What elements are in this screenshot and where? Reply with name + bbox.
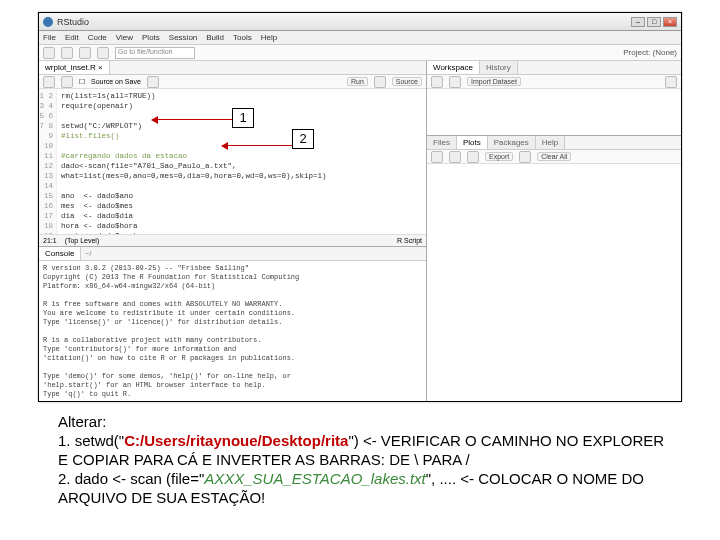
save-button[interactable] <box>79 47 91 59</box>
find-button[interactable] <box>147 76 159 88</box>
menu-code[interactable]: Code <box>88 33 107 42</box>
import-dataset-button[interactable]: Import Dataset <box>467 77 521 86</box>
callout-2: 2 <box>292 129 314 149</box>
menu-view[interactable]: View <box>116 33 133 42</box>
menu-tools[interactable]: Tools <box>233 33 252 42</box>
menu-plots[interactable]: Plots <box>142 33 160 42</box>
run-button[interactable]: Run <box>347 77 368 86</box>
plots-pane: Files Plots Packages Help Export Clear A… <box>427 136 681 401</box>
source-pane: wrplot_inset.R × ☐Source on Save Run Sou… <box>39 61 426 247</box>
source-toolbar: ☐Source on Save Run Source <box>39 75 426 89</box>
minimize-button[interactable]: – <box>631 17 645 27</box>
workspace-pane: Workspace History Import Dataset <box>427 61 681 136</box>
menubar: File Edit Code View Plots Session Build … <box>39 31 681 45</box>
rerun-button[interactable] <box>374 76 386 88</box>
source-statusbar: 21:1(Top Level) R Script <box>39 234 426 246</box>
callout-1: 1 <box>232 108 254 128</box>
menu-help[interactable]: Help <box>261 33 277 42</box>
open-file-button[interactable] <box>61 47 73 59</box>
remove-plot-button[interactable] <box>519 151 531 163</box>
zoom-button[interactable] <box>467 151 479 163</box>
load-ws-button[interactable] <box>431 76 443 88</box>
source-button[interactable]: Source <box>392 77 422 86</box>
arrow-2 <box>222 145 292 146</box>
rstudio-window: RStudio – □ × File Edit Code View Plots … <box>38 12 682 402</box>
console-tab[interactable]: Console <box>39 247 81 260</box>
menu-edit[interactable]: Edit <box>65 33 79 42</box>
tab-history[interactable]: History <box>480 61 518 74</box>
clear-all-button[interactable]: Clear All <box>537 152 571 161</box>
save-source-button[interactable] <box>61 76 73 88</box>
tab-packages[interactable]: Packages <box>488 136 536 149</box>
clear-ws-button[interactable] <box>665 76 677 88</box>
menu-session[interactable]: Session <box>169 33 197 42</box>
print-button[interactable] <box>97 47 109 59</box>
goto-file-input[interactable]: Go to file/function <box>115 47 195 59</box>
arrow-1 <box>152 119 232 120</box>
tab-workspace[interactable]: Workspace <box>427 61 480 74</box>
instruction-caption: Alterar: 1. setwd("C:/Users/ritaynoue/De… <box>58 412 670 507</box>
save-ws-button[interactable] <box>449 76 461 88</box>
source-tab[interactable]: wrplot_inset.R × <box>39 61 110 74</box>
app-icon <box>43 17 53 27</box>
titlebar[interactable]: RStudio – □ × <box>39 13 681 31</box>
console-pane: Console ~/ R version 3.0.2 (2013-09-25) … <box>39 247 426 401</box>
back-button[interactable] <box>43 76 55 88</box>
maximize-button[interactable]: □ <box>647 17 661 27</box>
window-title: RStudio <box>57 17 631 27</box>
main-toolbar: Go to file/function Project: (None) <box>39 45 681 61</box>
close-button[interactable]: × <box>663 17 677 27</box>
console-output[interactable]: R version 3.0.2 (2013-09-25) -- "Frisbee… <box>39 261 426 401</box>
plot-next-button[interactable] <box>449 151 461 163</box>
tab-help[interactable]: Help <box>536 136 565 149</box>
export-button[interactable]: Export <box>485 152 513 161</box>
menu-build[interactable]: Build <box>206 33 224 42</box>
plot-prev-button[interactable] <box>431 151 443 163</box>
new-file-button[interactable] <box>43 47 55 59</box>
tab-files[interactable]: Files <box>427 136 457 149</box>
project-label[interactable]: Project: (None) <box>623 48 677 57</box>
menu-file[interactable]: File <box>43 33 56 42</box>
source-on-save-checkbox[interactable]: Source on Save <box>91 78 141 85</box>
tab-plots[interactable]: Plots <box>457 136 488 149</box>
